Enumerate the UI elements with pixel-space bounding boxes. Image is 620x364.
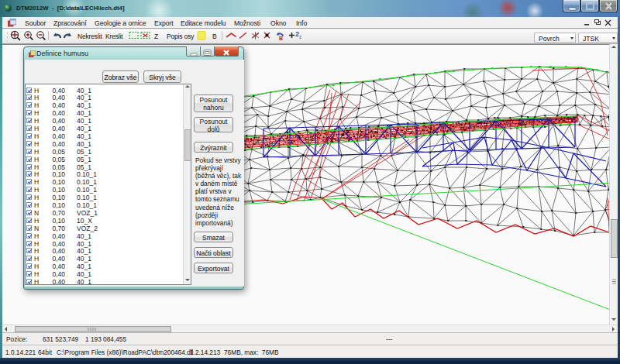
svg-text:z: z (299, 34, 301, 39)
svg-text:B: B (279, 36, 283, 41)
